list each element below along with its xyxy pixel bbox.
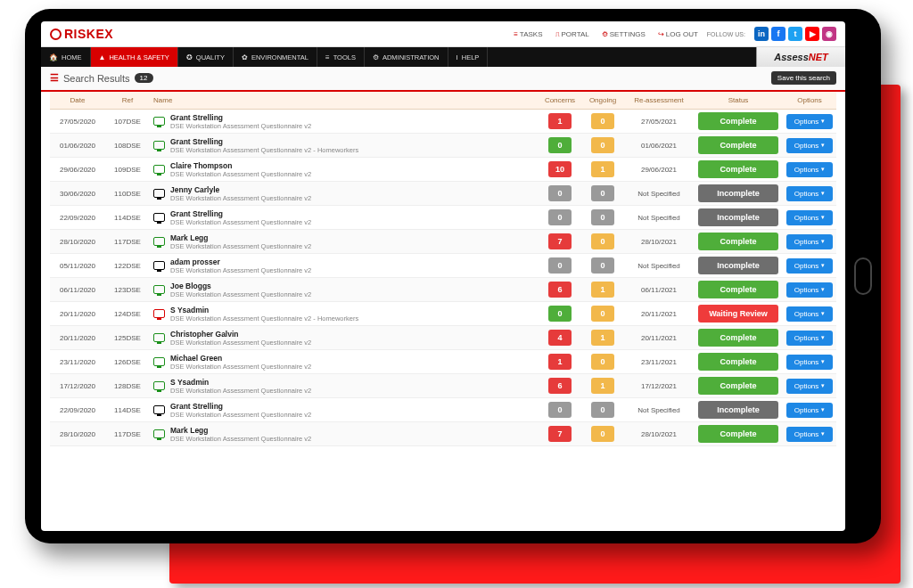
status-badge: Incomplete xyxy=(698,401,778,419)
options-button[interactable]: Options xyxy=(786,258,833,274)
options-button[interactable]: Options xyxy=(786,427,833,442)
cell-options: Options xyxy=(783,398,836,422)
table-row: 05/11/2020122DSEadam prosserDSE Workstat… xyxy=(50,254,836,278)
nav-icon: ✪ xyxy=(186,53,193,61)
social-youtube-icon[interactable]: ▶ xyxy=(805,27,819,41)
nav-quality[interactable]: ✪QUALITY xyxy=(178,47,234,67)
status-badge: Complete xyxy=(698,112,778,130)
results-burger-icon[interactable]: ☰ xyxy=(50,72,59,84)
cell-status: Complete xyxy=(694,374,783,398)
options-button[interactable]: Options xyxy=(786,138,833,153)
concerns-badge: 0 xyxy=(548,306,572,322)
cell-date: 20/11/2020 xyxy=(50,302,105,326)
cell-name[interactable]: Grant StrellingDSE Workstation Assessmen… xyxy=(150,110,539,134)
nav-home[interactable]: 🏠HOME xyxy=(41,47,91,67)
social-facebook-icon[interactable]: f xyxy=(771,27,786,41)
options-button[interactable]: Options xyxy=(786,186,833,201)
cell-name[interactable]: Grant StrellingDSE Workstation Assessmen… xyxy=(150,206,539,230)
cell-status: Complete xyxy=(694,230,783,254)
options-button[interactable]: Options xyxy=(786,379,833,394)
tablet-home-button xyxy=(854,257,872,295)
monitor-icon xyxy=(153,117,165,126)
top-right-cluster: ≡TASKS ⎍PORTAL ⚙SETTINGS ↪LOG OUT FOLLOW… xyxy=(514,27,836,41)
save-search-button[interactable]: Save this search xyxy=(771,71,836,85)
cell-concerns: 0 xyxy=(539,254,581,278)
cell-name[interactable]: Grant StrellingDSE Workstation Assessmen… xyxy=(150,398,539,422)
options-button[interactable]: Options xyxy=(786,403,833,418)
cell-name[interactable]: Mark LeggDSE Workstation Assessment Ques… xyxy=(150,230,539,254)
cell-name[interactable]: Claire ThompsonDSE Workstation Assessmen… xyxy=(150,158,539,182)
col-date[interactable]: Date xyxy=(50,92,105,110)
monitor-icon xyxy=(153,405,165,414)
options-button[interactable]: Options xyxy=(786,114,833,129)
social-twitter-icon[interactable]: t xyxy=(788,27,802,41)
nav-tools[interactable]: ≡TOOLS xyxy=(317,47,365,67)
cell-name[interactable]: S YsadminDSE Workstation Assessment Ques… xyxy=(150,374,539,398)
product-brand-tab: AssessNET xyxy=(756,47,845,67)
cell-name[interactable]: Mark LeggDSE Workstation Assessment Ques… xyxy=(150,422,539,446)
cell-name[interactable]: adam prosserDSE Workstation Assessment Q… xyxy=(150,254,539,278)
cell-name[interactable]: Christopher GalvinDSE Workstation Assess… xyxy=(150,326,539,350)
status-badge: Incomplete xyxy=(698,257,778,274)
cell-status: Complete xyxy=(694,110,783,134)
col-ongoing[interactable]: Ongoing xyxy=(581,92,624,110)
cell-options: Options xyxy=(783,374,836,398)
brand-logo[interactable]: RISKEX xyxy=(50,27,113,41)
link-settings[interactable]: ⚙SETTINGS xyxy=(602,30,646,38)
cell-name[interactable]: Joe BloggsDSE Workstation Assessment Que… xyxy=(150,278,539,302)
nav-help[interactable]: iHELP xyxy=(448,47,489,67)
results-table-wrap[interactable]: Date Ref Name Concerns Ongoing Re-assess… xyxy=(41,92,845,531)
monitor-icon xyxy=(153,261,165,270)
options-button[interactable]: Options xyxy=(786,355,833,370)
nav-health-safety[interactable]: ▲HEALTH & SAFETY xyxy=(91,47,178,67)
link-portal[interactable]: ⎍PORTAL xyxy=(555,30,589,38)
options-button[interactable]: Options xyxy=(786,162,833,177)
nav-administration[interactable]: ⚙ADMINISTRATION xyxy=(365,47,448,67)
cell-ongoing: 0 xyxy=(581,134,624,158)
cell-status: Complete xyxy=(694,158,783,182)
ongoing-badge: 0 xyxy=(591,137,614,153)
social-linkedin-icon[interactable]: in xyxy=(754,27,769,41)
cell-reassessment: 29/06/2021 xyxy=(624,158,694,182)
table-row: 06/11/2020123DSEJoe BloggsDSE Workstatio… xyxy=(50,278,836,302)
assessment-desc: DSE Workstation Assessment Questionnaire… xyxy=(170,146,358,154)
cell-name[interactable]: Jenny CarlyleDSE Workstation Assessment … xyxy=(150,182,539,206)
cell-concerns: 1 xyxy=(539,110,581,134)
nav-icon: ✿ xyxy=(242,53,248,61)
link-tasks[interactable]: ≡TASKS xyxy=(514,30,542,38)
options-button[interactable]: Options xyxy=(786,210,833,225)
link-logout[interactable]: ↪LOG OUT xyxy=(658,30,698,38)
cell-reassessment: 27/05/2021 xyxy=(624,110,694,134)
concerns-badge: 0 xyxy=(548,137,572,153)
monitor-icon xyxy=(153,309,165,318)
options-button[interactable]: Options xyxy=(786,306,833,322)
cell-name[interactable]: Michael GreenDSE Workstation Assessment … xyxy=(150,350,539,374)
col-ref[interactable]: Ref xyxy=(105,92,150,110)
options-button[interactable]: Options xyxy=(786,331,833,346)
cell-status: Waiting Review xyxy=(694,302,783,326)
options-button[interactable]: Options xyxy=(786,234,833,249)
col-name[interactable]: Name xyxy=(150,92,539,110)
col-reassessment[interactable]: Re-assessment xyxy=(624,92,694,110)
cell-ref: 117DSE xyxy=(105,230,150,254)
col-status[interactable]: Status xyxy=(694,92,783,110)
table-row: 17/12/2020128DSES YsadminDSE Workstation… xyxy=(50,374,836,398)
col-concerns[interactable]: Concerns xyxy=(539,92,581,110)
table-row: 22/09/2020114DSEGrant StrellingDSE Works… xyxy=(50,206,836,230)
cell-ref: 122DSE xyxy=(105,254,150,278)
cell-ref: 109DSE xyxy=(105,158,150,182)
table-row: 27/05/2020107DSEGrant StrellingDSE Works… xyxy=(50,110,836,134)
table-header-row: Date Ref Name Concerns Ongoing Re-assess… xyxy=(50,92,836,110)
person-name: Claire Thompson xyxy=(170,161,232,170)
cell-date: 22/09/2020 xyxy=(50,206,105,230)
cell-name[interactable]: Grant StrellingDSE Workstation Assessmen… xyxy=(150,134,539,158)
options-button[interactable]: Options xyxy=(786,282,833,298)
social-instagram-icon[interactable]: ◉ xyxy=(822,27,836,41)
cell-status: Complete xyxy=(694,278,783,302)
table-row: 28/10/2020117DSEMark LeggDSE Workstation… xyxy=(50,422,836,446)
person-name: adam prosser xyxy=(170,257,220,266)
cell-concerns: 6 xyxy=(539,374,581,398)
col-options[interactable]: Options xyxy=(783,92,836,110)
cell-name[interactable]: S YsadminDSE Workstation Assessment Ques… xyxy=(150,302,539,326)
nav-environmental[interactable]: ✿ENVIRONMENTAL xyxy=(234,47,317,67)
